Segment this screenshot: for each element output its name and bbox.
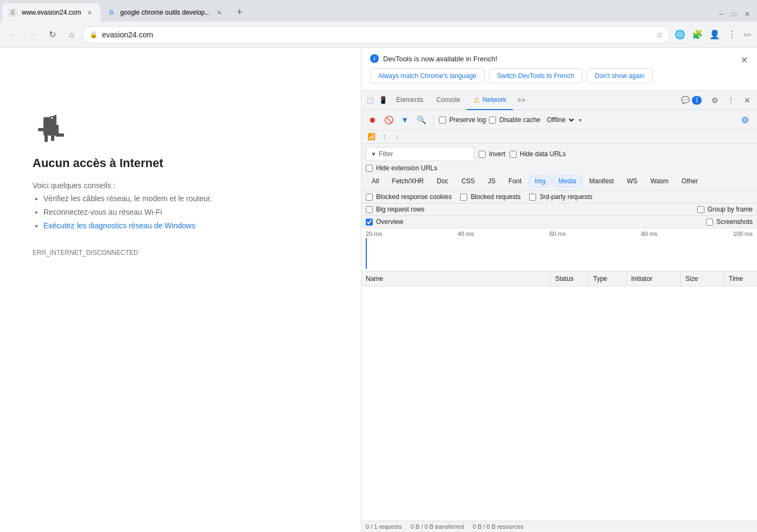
download-icon[interactable]: ↓ xyxy=(392,131,403,142)
close-notification-button[interactable]: ✕ xyxy=(737,53,750,66)
star-icon[interactable]: ☆ xyxy=(656,30,663,39)
switch-to-french-button[interactable]: Switch DevTools to French xyxy=(489,68,582,84)
type-btn-font[interactable]: Font xyxy=(502,175,527,187)
messages-badge-area[interactable]: 💬 1 xyxy=(677,96,706,105)
tab-more[interactable]: >> xyxy=(513,96,530,104)
search-button[interactable]: 🔍 xyxy=(415,113,428,126)
error-code: ERR_INTERNET_DISCONNECTED xyxy=(33,249,138,257)
overview-checkbox[interactable] xyxy=(366,219,373,226)
reload-button[interactable]: ↻ xyxy=(43,26,61,43)
preserve-log-label[interactable]: Preserve log xyxy=(439,116,486,124)
message-icon: 💬 xyxy=(681,96,690,104)
preserve-log-checkbox[interactable] xyxy=(439,117,446,124)
type-btn-css[interactable]: CSS xyxy=(455,175,481,187)
col-header-type[interactable]: Type xyxy=(589,272,627,286)
tab-close-google[interactable]: ✕ xyxy=(215,8,224,17)
tab-favicon-google: G xyxy=(107,8,116,17)
maximize-button[interactable]: □ xyxy=(729,9,740,20)
devtools-more-button[interactable]: ⋮ xyxy=(723,93,739,108)
tab-evasion24[interactable]: E www.evasion24.com ✕ xyxy=(2,3,100,22)
network-toolbar-1: ⏺ 🚫 ▼ 🔍 Preserve log Disable cache Offli… xyxy=(361,110,757,130)
col-header-initiator[interactable]: Initiator xyxy=(627,272,681,286)
record-button[interactable]: ⏺ xyxy=(366,113,379,126)
filter-icon[interactable]: ▼ xyxy=(398,113,411,126)
type-btn-wasm[interactable]: Wasm xyxy=(645,175,675,187)
devtools-close-button[interactable]: ✕ xyxy=(740,93,755,108)
invert-label[interactable]: Invert xyxy=(479,150,505,158)
tab-console[interactable]: Console xyxy=(430,91,467,110)
group-by-frame-checkbox[interactable] xyxy=(697,206,704,213)
type-btn-ws[interactable]: WS xyxy=(621,175,643,187)
type-btn-fetch-xhr[interactable]: Fetch/XHR xyxy=(386,175,430,187)
type-btn-media[interactable]: Media xyxy=(552,175,582,187)
menu-button[interactable]: ⋮ xyxy=(724,27,740,42)
type-btn-doc[interactable]: Doc xyxy=(431,175,454,187)
dont-show-again-button[interactable]: Don't show again xyxy=(587,68,653,84)
network-settings-button[interactable]: ⚙ xyxy=(737,112,753,127)
screenshots-label[interactable]: Screenshots xyxy=(706,218,753,226)
type-btn-js[interactable]: JS xyxy=(482,175,501,187)
third-party-label[interactable]: 3rd-party requests xyxy=(529,193,592,201)
blocked-requests-label[interactable]: Blocked requests xyxy=(460,193,520,201)
type-btn-manifest[interactable]: Manifest xyxy=(583,175,620,187)
col-header-status[interactable]: Status xyxy=(551,272,589,286)
tab-elements[interactable]: Elements xyxy=(390,91,430,110)
blocked-cookies-label[interactable]: Blocked response cookies xyxy=(366,193,451,201)
type-btn-other[interactable]: Other xyxy=(676,175,704,187)
type-btn-img[interactable]: Img xyxy=(529,175,551,187)
overview-label[interactable]: Overview xyxy=(366,218,403,226)
wifi-icon[interactable]: 📶 xyxy=(366,131,377,142)
extension-icon[interactable]: 🧩 xyxy=(690,27,705,42)
throttle-dropdown-arrow[interactable]: ▾ xyxy=(579,117,582,123)
type-filter-row: All Fetch/XHR Doc CSS JS Font Img Media … xyxy=(366,175,753,187)
toolbar-icons: 🌐 🧩 👤 ⋮ xyxy=(672,27,740,42)
tip-3[interactable]: Exécutez les diagnostics réseau de Windo… xyxy=(43,220,212,232)
devtools-device-icon[interactable]: 📱 xyxy=(377,94,390,107)
type-btn-all[interactable]: All xyxy=(366,175,385,187)
status-bar: 0 / 1 requests 0 B / 0 B transferred 0 B… xyxy=(361,521,757,532)
tab-close-evasion[interactable]: ✕ xyxy=(85,8,94,17)
filter-input[interactable]: ▼ Filter xyxy=(366,147,474,161)
col-header-size[interactable]: Size xyxy=(681,272,724,286)
devtools-cursor-icon[interactable]: ⬚ xyxy=(364,94,377,107)
blocked-cookies-checkbox[interactable] xyxy=(366,194,373,201)
disable-cache-label[interactable]: Disable cache xyxy=(489,116,540,124)
address-text: evasion24.com xyxy=(102,30,652,39)
close-button[interactable]: ✕ xyxy=(742,9,753,20)
screenshots-checkbox[interactable] xyxy=(706,219,713,226)
new-tab-button[interactable]: + xyxy=(232,4,247,20)
invert-checkbox[interactable] xyxy=(479,151,486,158)
user-icon[interactable]: 👤 xyxy=(707,27,722,42)
hide-extension-urls-label[interactable]: Hide extension URLs xyxy=(366,164,437,172)
profile-icon[interactable]: 🌐 xyxy=(672,27,688,42)
col-header-time[interactable]: Time xyxy=(724,272,757,286)
back-button[interactable]: ← xyxy=(4,26,22,43)
tab-network[interactable]: ⚠ Network xyxy=(467,91,513,110)
hide-data-urls-checkbox[interactable] xyxy=(510,151,517,158)
big-rows-label[interactable]: Big request rows xyxy=(366,206,424,213)
home-button[interactable]: ⌂ xyxy=(63,26,80,43)
blocked-requests-checkbox[interactable] xyxy=(460,194,467,201)
throttle-select[interactable]: Offline xyxy=(544,116,576,124)
devtools-settings-button[interactable]: ⚙ xyxy=(707,93,722,108)
col-header-name[interactable]: Name xyxy=(361,272,551,286)
hide-extension-urls-checkbox[interactable] xyxy=(366,165,373,172)
match-language-button[interactable]: Always match Chrome's language xyxy=(370,68,485,84)
divider-1 xyxy=(433,114,434,125)
forward-button[interactable]: → xyxy=(24,26,41,43)
tab-google[interactable]: G google chrome outils develop... ✕ xyxy=(100,3,230,22)
notification-buttons: Always match Chrome's language Switch De… xyxy=(370,68,748,84)
minimize-button[interactable]: ─ xyxy=(716,9,727,20)
error-advice: Voici quelques conseils : Vérifiez les c… xyxy=(33,181,212,234)
address-bar[interactable]: 🔒 evasion24.com ☆ xyxy=(82,26,670,43)
big-rows-checkbox[interactable] xyxy=(366,206,373,213)
hide-data-urls-label[interactable]: Hide data URLs xyxy=(510,150,566,158)
third-party-checkbox[interactable] xyxy=(529,194,536,201)
info-icon: i xyxy=(370,54,379,63)
tip-3-link[interactable]: Exécutez les diagnostics réseau de Windo… xyxy=(43,221,195,230)
disable-cache-checkbox[interactable] xyxy=(489,117,496,124)
upload-icon[interactable]: ↑ xyxy=(379,131,390,142)
group-by-frame-label[interactable]: Group by frame xyxy=(697,206,753,213)
clear-button[interactable]: 🚫 xyxy=(382,113,395,126)
extend-button[interactable]: >> xyxy=(742,31,753,38)
